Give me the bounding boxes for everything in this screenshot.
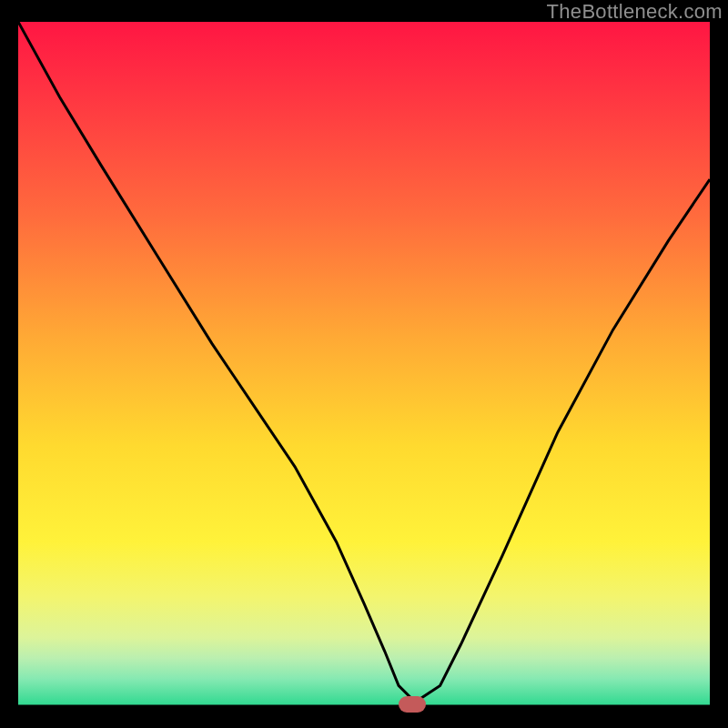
bottleneck-chart — [18, 22, 710, 706]
optimal-point-marker — [399, 696, 426, 713]
plot-area — [18, 22, 710, 706]
watermark-text: TheBottleneck.com — [547, 0, 723, 24]
chart-frame: TheBottleneck.com — [0, 0, 728, 728]
